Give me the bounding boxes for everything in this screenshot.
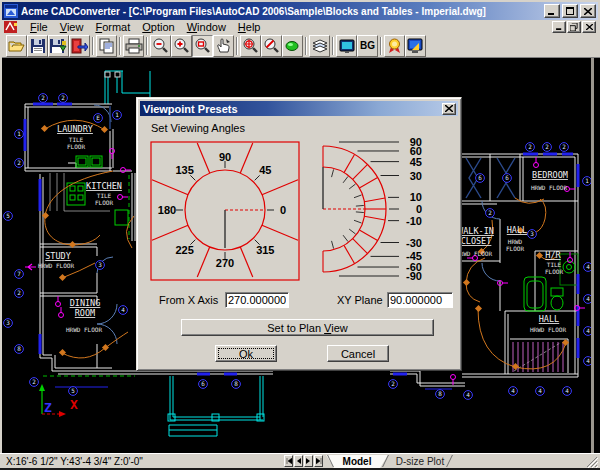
child-minimize-button[interactable] [552, 21, 566, 33]
toolbar-separator [146, 37, 148, 55]
svg-text:10: 10 [410, 191, 422, 203]
svg-text:135: 135 [176, 164, 194, 176]
tab-next-button[interactable] [304, 455, 313, 467]
ok-button[interactable]: Ok [215, 345, 277, 362]
set-to-plan-view-button[interactable]: Set to Plan View [181, 319, 434, 336]
open-button[interactable] [6, 35, 27, 57]
about-button[interactable] [384, 35, 405, 57]
svg-text:45: 45 [259, 164, 271, 176]
tab-first-button[interactable] [284, 455, 293, 467]
app-icon [4, 4, 18, 18]
minimize-button[interactable] [544, 4, 560, 18]
preview-icon [339, 39, 355, 53]
svg-text:4: 4 [586, 295, 590, 302]
svg-text:TILE: TILE [69, 136, 84, 143]
aerial-view-button[interactable] [282, 35, 303, 57]
maximize-button[interactable] [562, 4, 578, 18]
zoom-window-button[interactable] [192, 35, 213, 57]
svg-text:3: 3 [98, 261, 102, 268]
pan-button[interactable] [213, 35, 234, 57]
menu-window[interactable]: Window [181, 21, 232, 33]
svg-text:6: 6 [478, 174, 482, 181]
svg-text:HRWD FLOOR: HRWD FLOOR [66, 326, 103, 333]
toolbar-separator [305, 37, 307, 55]
window-title: Acme CADConverter - [C:\Program Files\Au… [21, 6, 542, 17]
svg-text:2: 2 [32, 378, 36, 385]
child-close-button[interactable] [582, 21, 596, 33]
svg-text:30: 30 [410, 170, 422, 182]
svg-text:180: 180 [158, 204, 176, 216]
layers-button[interactable] [309, 35, 330, 57]
zoom-out-button[interactable] [150, 35, 171, 57]
zoom-in-button[interactable] [171, 35, 192, 57]
tab-model[interactable]: Model [326, 455, 388, 468]
svg-text:TILE: TILE [97, 192, 112, 199]
svg-text:315: 315 [256, 244, 274, 256]
svg-text:0: 0 [280, 204, 286, 216]
svg-text:4: 4 [586, 327, 590, 334]
tab-last-button[interactable] [314, 455, 323, 467]
canvas-right-border [591, 58, 594, 453]
xy-plane-label: XY Plane [337, 294, 383, 306]
svg-text:ROOM: ROOM [75, 308, 95, 318]
resize-grip[interactable] [585, 455, 598, 468]
svg-text:Z: Z [44, 400, 52, 415]
svg-text:45: 45 [410, 156, 422, 168]
from-x-axis-input[interactable] [225, 292, 289, 308]
svg-text:7: 7 [17, 270, 21, 277]
svg-text:2: 2 [41, 94, 45, 101]
copy-button[interactable] [96, 35, 117, 57]
zoom-window-icon [194, 37, 211, 54]
zoom-previous-button[interactable] [261, 35, 282, 57]
menu-format[interactable]: Format [89, 21, 136, 33]
tab-prev-button[interactable] [294, 455, 303, 467]
cancel-button[interactable]: Cancel [327, 345, 389, 362]
zoom-in-icon [173, 37, 190, 54]
save-button[interactable] [27, 35, 48, 57]
svg-text:6: 6 [201, 380, 205, 387]
svg-text:3: 3 [6, 319, 10, 326]
tab-d-size-plot[interactable]: D-size Plot [387, 455, 453, 468]
menu-view[interactable]: View [54, 21, 90, 33]
menu-help[interactable]: Help [232, 21, 267, 33]
child-restore-button[interactable] [567, 21, 581, 33]
toolbar-separator [380, 37, 382, 55]
print-icon [125, 38, 143, 54]
svg-text:BEDROOM: BEDROOM [532, 170, 568, 180]
svg-text:4: 4 [586, 357, 590, 364]
svg-text:FLOOR: FLOOR [506, 245, 524, 252]
svg-text:1: 1 [585, 177, 589, 184]
xy-plane-input[interactable] [387, 292, 453, 308]
toolbar-separator [332, 37, 334, 55]
menu-option[interactable]: Option [136, 21, 180, 33]
preview-button[interactable] [336, 35, 357, 57]
svg-text:2: 2 [488, 209, 492, 216]
svg-text:E: E [96, 114, 100, 121]
convert-button[interactable] [405, 35, 426, 57]
svg-text:225: 225 [176, 244, 194, 256]
svg-text:270: 270 [216, 257, 234, 269]
svg-text:8: 8 [234, 380, 238, 387]
document-icon [4, 21, 18, 33]
svg-text:1: 1 [17, 130, 21, 137]
layers-icon [311, 38, 329, 54]
background-toggle-button[interactable]: BG [357, 35, 378, 57]
titlebar[interactable]: Acme CADConverter - [C:\Program Files\Au… [2, 2, 598, 20]
svg-text:2: 2 [17, 159, 21, 166]
menu-file[interactable]: File [24, 21, 54, 33]
svg-text:4: 4 [565, 387, 569, 394]
about-icon [386, 38, 403, 54]
svg-text:-90: -90 [406, 270, 422, 282]
export-button[interactable] [69, 35, 90, 57]
svg-text:STUDY: STUDY [45, 251, 71, 261]
svg-text:6: 6 [505, 174, 509, 181]
pan-icon [215, 37, 232, 54]
zoom-extents-icon [242, 37, 259, 54]
save-as-button[interactable] [48, 35, 69, 57]
drawing-canvas[interactable]: Z X LAUNDRYTILEFLOORKITCHENTILEFLOORSTUD… [2, 57, 600, 453]
close-button[interactable] [580, 4, 596, 18]
svg-text:WALK-IN: WALK-IN [458, 226, 494, 236]
print-button[interactable] [123, 35, 144, 57]
svg-text:3: 3 [530, 230, 534, 237]
zoom-extents-button[interactable] [240, 35, 261, 57]
